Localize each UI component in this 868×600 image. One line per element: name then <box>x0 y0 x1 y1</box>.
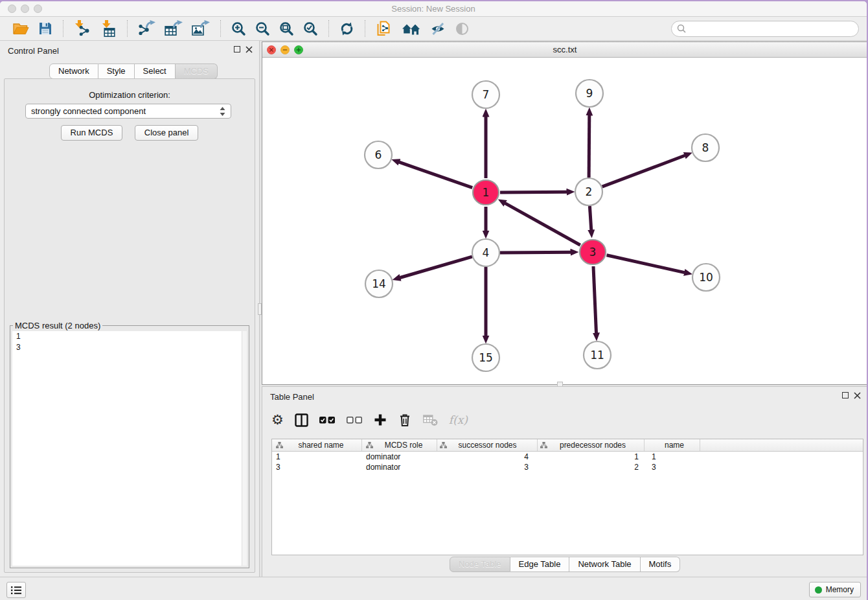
delete-column-trash-icon[interactable] <box>398 413 412 427</box>
graph-node-3[interactable]: 3 <box>580 240 606 264</box>
graph-node-11[interactable]: 11 <box>584 341 611 369</box>
cell-name[interactable]: 1 <box>645 452 700 462</box>
export-network-icon[interactable] <box>133 18 160 39</box>
table-panel-header: Table Panel <box>262 387 867 406</box>
cell-mcds-role[interactable]: dominator <box>362 452 437 462</box>
clone-network-icon[interactable] <box>371 18 397 39</box>
zoom-selected-icon[interactable] <box>299 18 323 39</box>
graph-edge-2-3[interactable] <box>589 206 591 230</box>
export-table-icon[interactable] <box>160 18 187 39</box>
select-all-columns-icon[interactable] <box>319 417 336 424</box>
close-table-panel-icon[interactable] <box>854 392 861 399</box>
search-input[interactable] <box>687 23 858 36</box>
result-scrollbar[interactable] <box>242 331 247 566</box>
graph-node-7[interactable]: 7 <box>472 81 499 108</box>
graph-node-14[interactable]: 14 <box>365 270 393 297</box>
vertical-splitter-grip[interactable] <box>258 303 262 315</box>
graph-edge-2-9[interactable] <box>589 115 589 178</box>
export-image-icon[interactable] <box>187 18 214 39</box>
mcds-result-box: MCDS result (2 nodes) 1 3 <box>10 321 249 568</box>
tab-style[interactable]: Style <box>98 63 135 79</box>
mcds-result-list[interactable]: 1 3 <box>12 331 247 566</box>
graph-node-1[interactable]: 1 <box>473 180 499 205</box>
toolbar-separator <box>220 20 221 37</box>
tab-mcds[interactable]: MCDS <box>176 63 218 79</box>
memory-button[interactable]: Memory <box>809 582 861 597</box>
float-table-panel-icon[interactable] <box>842 392 849 398</box>
float-panel-icon[interactable] <box>234 46 240 52</box>
function-builder-icon[interactable]: f(x) <box>449 413 468 426</box>
graph-node-2[interactable]: 2 <box>575 178 602 205</box>
zoom-fit-icon[interactable] <box>275 18 299 39</box>
graph-edge-3-10[interactable] <box>607 255 685 273</box>
save-session-icon[interactable] <box>34 18 57 39</box>
graph-node-15[interactable]: 15 <box>472 344 499 371</box>
column-header-name[interactable]: name <box>645 439 700 451</box>
graph-edge-1-6[interactable] <box>399 162 472 188</box>
import-table-icon[interactable] <box>95 18 121 39</box>
column-header-shared-name[interactable]: shared name <box>272 439 362 451</box>
import-network-icon[interactable] <box>69 18 95 39</box>
cell-name[interactable]: 3 <box>645 462 700 472</box>
column-header-predecessor-nodes[interactable]: predecessor nodes <box>538 439 645 451</box>
birdseye-view-icon[interactable] <box>450 18 474 39</box>
status-bar: Memory <box>0 577 867 600</box>
table-header-row: shared name MCDS role successor nodes pr… <box>272 439 863 452</box>
table-row[interactable]: 3 dominator 3 2 3 <box>272 462 863 472</box>
apply-layout-icon[interactable] <box>335 18 359 39</box>
optimization-criterion-select[interactable]: strongly connected component <box>25 104 231 119</box>
zoom-out-icon[interactable] <box>251 18 275 39</box>
hide-panels-eye-icon[interactable] <box>426 18 450 39</box>
graph-edge-1-2[interactable] <box>500 192 567 192</box>
cell-successor-nodes[interactable]: 4 <box>437 452 538 462</box>
graph-node-6[interactable]: 6 <box>365 141 392 168</box>
tab-select[interactable]: Select <box>135 63 176 79</box>
column-header-mcds-role[interactable]: MCDS role <box>362 439 437 451</box>
optimization-criterion-label: Optimization criterion: <box>5 90 255 100</box>
column-header-successor-nodes[interactable]: successor nodes <box>437 439 538 451</box>
cell-predecessor-nodes[interactable]: 2 <box>538 462 645 472</box>
home-icon[interactable] <box>397 18 426 39</box>
network-canvas[interactable]: 7968124314101511 <box>262 58 867 384</box>
graph-node-9[interactable]: 9 <box>576 80 603 107</box>
tab-network[interactable]: Network <box>49 63 98 79</box>
control-panel-title: Control Panel <box>8 46 59 56</box>
cell-successor-nodes[interactable]: 3 <box>437 462 538 472</box>
graph-node-8[interactable]: 8 <box>692 134 719 161</box>
zoom-in-icon[interactable] <box>227 18 251 39</box>
cell-shared-name[interactable]: 3 <box>272 462 362 472</box>
graph-edge-3-11[interactable] <box>593 266 597 333</box>
tab-node-table[interactable]: Node Table <box>450 557 510 572</box>
graph-edge-4-14[interactable] <box>400 257 472 277</box>
table-panel-title: Table Panel <box>270 392 314 402</box>
graph-edge-2-8[interactable] <box>602 156 685 187</box>
graph-edge-4-3[interactable] <box>500 252 571 253</box>
svg-text:8: 8 <box>702 141 709 154</box>
control-panel-tabs: Network Style Select MCDS <box>49 63 218 79</box>
close-panel-button[interactable]: Close panel <box>135 125 199 141</box>
cell-predecessor-nodes[interactable]: 1 <box>538 452 645 462</box>
run-mcds-button[interactable]: Run MCDS <box>61 125 123 141</box>
delete-table-icon[interactable] <box>423 414 438 426</box>
task-history-button[interactable] <box>6 582 26 598</box>
tab-network-table[interactable]: Network Table <box>569 557 640 572</box>
column-settings-gear-icon[interactable]: ⚙ <box>271 413 284 426</box>
table-toolbar: ⚙ <box>271 410 468 430</box>
tab-motifs[interactable]: Motifs <box>641 557 681 572</box>
show-columns-icon[interactable] <box>295 413 308 427</box>
cell-shared-name[interactable]: 1 <box>272 452 362 462</box>
graph-node-10[interactable]: 10 <box>692 264 720 291</box>
add-column-icon[interactable] <box>374 413 387 426</box>
graph-edge-3-1[interactable] <box>505 203 580 246</box>
shared-column-tree-icon <box>540 442 547 448</box>
close-panel-icon[interactable] <box>246 46 253 53</box>
shared-column-tree-icon <box>366 442 373 448</box>
tab-edge-table[interactable]: Edge Table <box>510 557 570 572</box>
window-titlebar: Session: New Session <box>0 1 867 17</box>
table-row[interactable]: 1 dominator 4 1 1 <box>272 452 863 462</box>
unselect-all-columns-icon[interactable] <box>347 417 363 424</box>
network-graph[interactable]: 7968124314101511 <box>262 58 867 384</box>
cell-mcds-role[interactable]: dominator <box>362 462 437 472</box>
open-session-icon[interactable] <box>8 18 34 39</box>
graph-node-4[interactable]: 4 <box>472 239 499 266</box>
